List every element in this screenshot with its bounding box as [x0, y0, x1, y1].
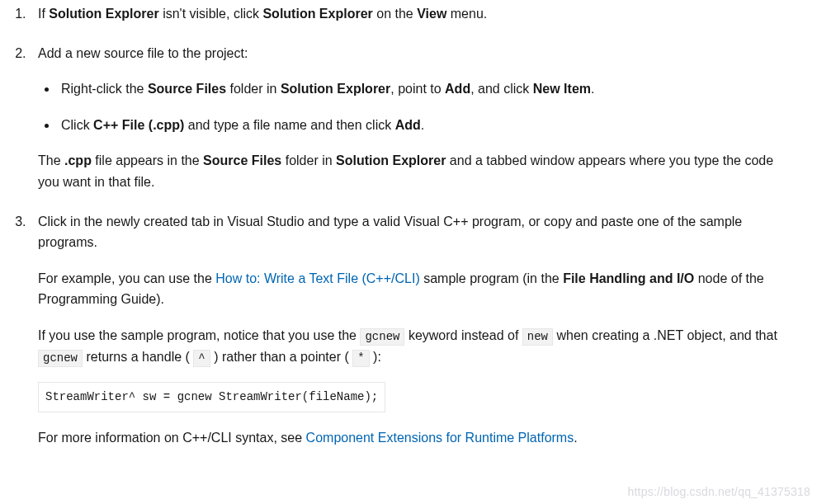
text: .: [591, 82, 594, 96]
text: Click: [61, 118, 93, 132]
bold: File Handling and I/O: [563, 271, 694, 285]
bullet-item: Click C++ File (.cpp) and type a file na…: [58, 115, 787, 136]
text: isn't visible, click: [159, 7, 263, 21]
bold: Solution Explorer: [262, 7, 372, 21]
text: Click in the newly created tab in Visual…: [38, 214, 742, 250]
inline-code: ^: [193, 350, 210, 367]
text: file appears in the: [92, 153, 203, 167]
text: .: [421, 118, 424, 132]
bold: View: [417, 7, 446, 21]
bold: Source Files: [148, 82, 226, 96]
inline-code: new: [522, 328, 553, 346]
text: Right-click the: [61, 82, 148, 96]
text: and type a file name and then click: [184, 118, 394, 132]
step-3: Click in the newly created tab in Visual…: [30, 211, 787, 449]
bold: New Item: [533, 82, 591, 96]
text: Add a new source file to the project:: [38, 46, 248, 60]
inline-code: gcnew: [360, 328, 404, 346]
step-1: If Solution Explorer isn't visible, clic…: [30, 3, 787, 25]
paragraph: The .cpp file appears in the Source File…: [38, 150, 787, 192]
text: menu.: [446, 7, 487, 21]
text: on the: [373, 7, 417, 21]
text: keyword instead of: [404, 328, 522, 342]
paragraph: If you use the sample program, notice th…: [38, 325, 787, 367]
bold: Source Files: [203, 153, 281, 167]
text: folder in: [281, 153, 336, 167]
step-2: Add a new source file to the project: Ri…: [30, 43, 787, 193]
text: folder in: [226, 82, 281, 96]
text: For example, you can use the: [38, 271, 215, 285]
paragraph: For example, you can use the How to: Wri…: [38, 268, 787, 310]
text: .: [574, 431, 577, 445]
inline-code: gcnew: [38, 350, 83, 367]
bold: Solution Explorer: [281, 82, 390, 96]
text: returns a handle (: [83, 350, 193, 364]
text: when creating a .NET object, and that: [553, 328, 777, 342]
bullet-list: Right-click the Source Files folder in S…: [38, 78, 787, 135]
link-component-extensions[interactable]: Component Extensions for Runtime Platfor…: [306, 431, 574, 445]
text: The: [38, 153, 64, 167]
text: ) rather than a pointer (: [210, 350, 353, 364]
text: If: [38, 7, 49, 21]
ordered-steps: If Solution Explorer isn't visible, clic…: [10, 3, 787, 448]
text: , and click: [470, 82, 533, 96]
link-write-text-file[interactable]: How to: Write a Text File (C++/CLI): [215, 271, 419, 285]
text: ):: [370, 350, 381, 364]
bold: Add: [445, 82, 470, 96]
code-block: StreamWriter^ sw = gcnew StreamWriter(fi…: [38, 382, 385, 412]
bold: C++ File (.cpp): [93, 118, 184, 132]
bold: Solution Explorer: [336, 153, 446, 167]
bold: Add: [395, 118, 421, 132]
bold: Solution Explorer: [49, 7, 158, 21]
inline-code: *: [352, 350, 369, 367]
paragraph: For more information on C++/CLI syntax, …: [38, 427, 787, 449]
text: , point to: [390, 82, 445, 96]
text: If you use the sample program, notice th…: [38, 328, 360, 342]
text: sample program (in the: [420, 271, 563, 285]
bold: .cpp: [64, 153, 92, 167]
text: For more information on C++/CLI syntax, …: [38, 431, 306, 445]
bullet-item: Right-click the Source Files folder in S…: [58, 78, 787, 100]
